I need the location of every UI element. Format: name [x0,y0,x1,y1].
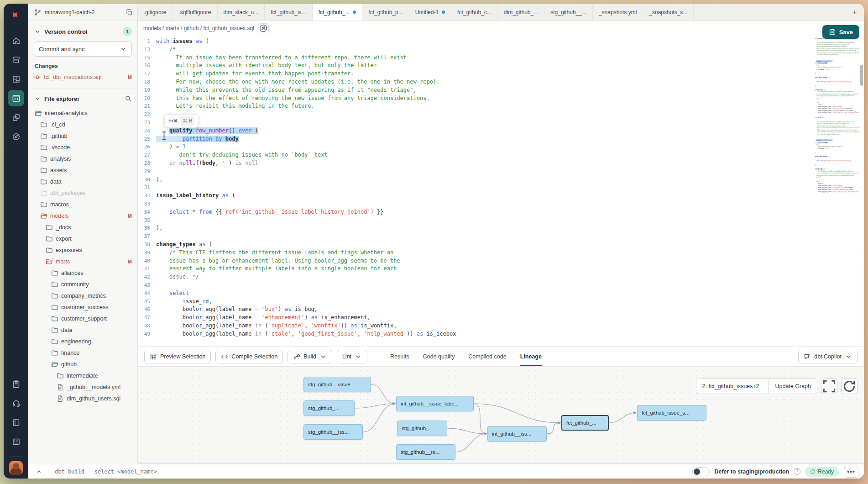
code-line[interactable] [156,281,815,289]
code-line[interactable]: select * from {{ ref('int_github__issue_… [156,208,815,216]
results-tab-code-quality[interactable]: Code quality [423,347,455,366]
code-line[interactable] [156,119,815,127]
editor-tab[interactable]: dim_slack_u... [218,4,265,21]
rail-grid-button[interactable] [8,71,24,87]
file-tree-folder[interactable]: company_metrics [28,290,137,301]
code-line[interactable]: /* This CTE flattens the different issue… [156,249,815,257]
code-line[interactable]: ) = 1 [156,143,815,151]
editor-scrollbar[interactable] [859,36,864,346]
lineage-node[interactable]: fct_github_... [561,415,609,431]
rail-headset-button[interactable] [8,395,24,411]
editor-tab[interactable]: fct_github_p... [362,4,409,21]
file-tree-file[interactable]: dim_github_users.sql [28,393,137,404]
scrollbar-thumb[interactable] [860,65,863,86]
avatar[interactable] [9,461,23,475]
code-line[interactable]: easiest way to flatten multiple labels i… [156,265,815,273]
file-tree-folder[interactable]: modelsM [28,210,137,221]
file-tree-folder[interactable]: alliances [28,267,137,279]
file-tree-folder[interactable]: internal-analytics [28,107,137,119]
code-line[interactable]: partition by body [156,135,815,143]
commit-and-sync-select[interactable]: Commit and sync [34,41,132,57]
editor-tab[interactable]: stg_github__... [544,4,593,21]
lint-button[interactable]: Lint [337,350,367,363]
results-tab-compiled-code[interactable]: Compiled code [468,347,506,366]
editor-minimap[interactable]: with issues as ( /* If an issue has been… [815,36,859,346]
code-line[interactable] [156,200,815,208]
code-editor[interactable]: 1131516171819202122232425262728293031323… [138,36,864,346]
file-tree-folder[interactable]: .ci_cd [28,119,137,130]
file-tree-folder[interactable]: _docs [28,221,137,233]
code-line[interactable]: boolor_agg(label_name in ('stale', 'good… [156,330,815,338]
rail-card-button[interactable] [8,433,24,450]
file-tree-folder[interactable]: macros [28,199,137,210]
file-explorer-header[interactable]: File explorer [28,89,137,106]
code-line[interactable]: select [156,289,815,298]
file-tree-folder[interactable]: dbt_packages [28,187,137,199]
code-line[interactable]: Let's revisit this modeling in the futur… [156,102,815,110]
lineage-node[interactable]: int_github__issue_labe... [396,396,474,411]
code-line[interactable]: boolor_agg(label_name = 'bug') as is_bug… [156,305,815,314]
editor-tab[interactable]: .sqlfluffignore [173,4,217,21]
expand-command-bar-button[interactable] [28,464,49,479]
file-tree-folder[interactable]: export [28,233,137,244]
file-tree-folder[interactable]: customer_support [28,313,137,324]
file-tree-folder[interactable]: data [28,176,137,187]
file-tree-folder[interactable]: exposures [28,244,137,256]
code-line[interactable]: issue_id, [156,298,815,306]
file-tree-folder[interactable]: .github [28,130,137,142]
editor-tab[interactable]: _snapshots_s... [643,4,694,21]
rail-clipboard-button[interactable] [8,376,24,392]
code-line[interactable]: boolor_agg(label_name = 'enhancement') a… [156,314,815,322]
code-line[interactable]: issue has a bug or enhancement label. Us… [156,257,815,265]
user-menu[interactable] [9,456,23,475]
code-line[interactable]: or nullif(body, '') is null [156,159,815,168]
editor-tab[interactable]: fct_github_... [313,4,363,21]
new-tab-button[interactable]: + [846,4,864,21]
code-line[interactable] [156,110,815,119]
dbt-copilot-button[interactable]: dbt Copilot [798,350,858,363]
help-icon[interactable]: ? [794,468,800,475]
lineage-node[interactable]: stg_github_... [397,421,447,436]
code-line[interactable]: If an issue has been transferred to a di… [156,54,815,62]
file-tree-folder[interactable]: martsM [28,256,137,267]
code-line[interactable]: will get updates for events that happen … [156,70,815,78]
search-icon[interactable] [125,95,132,102]
git-branch-selector[interactable]: mirnawong1-patch-2 [28,4,138,21]
code-line[interactable] [156,232,815,241]
results-tab-results[interactable]: Results [390,347,409,366]
more-options-button[interactable]: ••• [844,466,858,478]
file-tree-folder[interactable]: analysis [28,153,137,164]
code-line[interactable]: change_types as ( [156,241,815,249]
build-button[interactable]: Build [288,350,332,363]
editor-tab[interactable]: fct_github_c... [451,4,498,21]
code-line[interactable]: with issues as ( [156,37,815,46]
file-tree-folder[interactable]: community [28,279,137,290]
file-tree-folder[interactable]: data [28,324,137,336]
copy-branch-icon[interactable] [125,9,133,16]
editor-tab[interactable]: fct_github_is... [265,4,312,21]
editor-tab[interactable]: Untitled-1 [409,4,451,21]
rail-home-button[interactable] [8,32,24,49]
file-tree-folder[interactable]: customer_success [28,301,137,313]
code-line[interactable]: While this prevents the old issue from a… [156,86,815,95]
file-tree-file[interactable]: _github__models.yml [28,381,137,393]
lineage-node[interactable]: stg_github__issue_... [303,377,371,392]
lineage-selector-input[interactable] [696,379,769,394]
code-line[interactable]: multiple issues with identical body text… [156,62,815,70]
editor-tab[interactable]: dim_github_... [498,4,544,21]
file-tree-folder[interactable]: finance [28,347,137,358]
changed-file-item[interactable]: fct_dbt_invocations.sqlM [28,72,137,82]
code-line[interactable]: /* [156,46,815,54]
lineage-node[interactable]: stg_github__iss... [303,424,363,440]
refresh-button[interactable] [841,379,858,394]
rail-windows-button[interactable] [8,109,24,126]
rail-book-button[interactable] [8,414,24,431]
editor-tab[interactable]: .gitignore [138,4,173,21]
file-tree-folder[interactable]: engineering [28,336,137,347]
preview-selection-button[interactable]: Preview Selection [144,350,211,363]
rail-code-window-button[interactable] [8,90,24,106]
save-button[interactable]: Save [822,25,859,39]
code-line[interactable] [156,216,815,225]
code-line[interactable]: -- don't try deduping issues with no `bo… [156,151,815,159]
results-tab-lineage[interactable]: Lineage [520,347,542,366]
